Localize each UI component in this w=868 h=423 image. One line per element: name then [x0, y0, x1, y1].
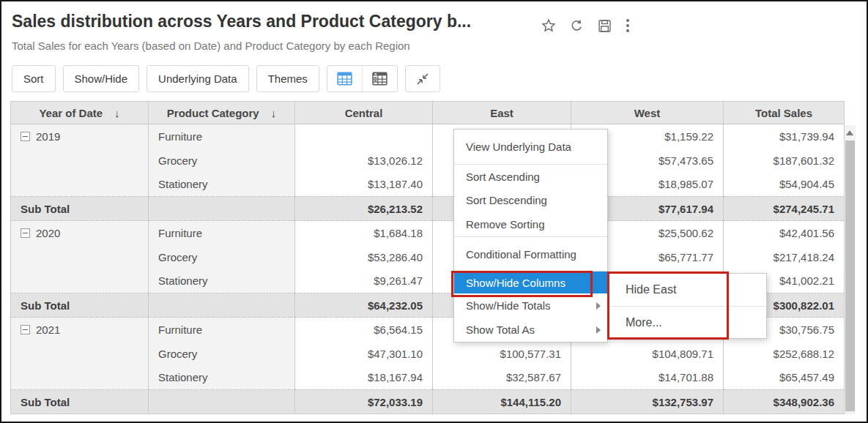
value-cell-west[interactable]: $104,809.71: [571, 342, 724, 366]
menu-item-conditional-formatting[interactable]: Conditional Formatting: [454, 236, 607, 271]
category-cell[interactable]: [149, 197, 295, 221]
favorite-star-icon[interactable]: [541, 18, 557, 34]
underlying-data-button[interactable]: Underlying Data: [146, 65, 249, 92]
title-action-icons: [541, 18, 631, 34]
refresh-icon[interactable]: [569, 18, 585, 34]
table-row: Grocery$53,286.40$65,771.77$217,418.24: [11, 245, 845, 269]
year-cell[interactable]: 2021: [11, 318, 149, 342]
value-cell-central[interactable]: $26,213.52: [295, 197, 433, 221]
sort-button[interactable]: Sort: [12, 65, 56, 92]
scrollbar-thumb[interactable]: [845, 141, 855, 411]
year-cell[interactable]: [11, 245, 149, 269]
value-cell-total-sales[interactable]: $65,457.49: [724, 366, 845, 390]
context-menu: View Underlying DataSort AscendingSort D…: [453, 129, 608, 342]
collapse-icon[interactable]: [405, 65, 440, 92]
category-cell[interactable]: Stationery: [149, 269, 295, 293]
category-cell[interactable]: Furniture: [149, 124, 295, 149]
menu-item-label: Show Total As: [466, 323, 535, 336]
value-cell-central[interactable]: [295, 124, 433, 149]
value-cell-central[interactable]: $13,187.40: [295, 173, 433, 197]
value-cell-central[interactable]: $47,301.10: [295, 342, 433, 366]
menu-item-show-hide-columns[interactable]: Show/Hide Columns: [454, 271, 607, 293]
year-cell[interactable]: [11, 366, 149, 390]
menu-item-remove-sorting[interactable]: Remove Sorting: [454, 212, 607, 236]
column-header-label: Total Sales: [755, 107, 812, 119]
subtotal-label-cell[interactable]: Sub Total: [11, 390, 149, 414]
menu-item-label: Remove Sorting: [466, 218, 545, 231]
column-header-total-sales[interactable]: Total Sales: [724, 102, 845, 124]
sort-desc-icon[interactable]: ↓: [114, 107, 120, 119]
collapse-year-icon[interactable]: [21, 132, 30, 141]
year-cell[interactable]: [11, 269, 149, 293]
page-title: Sales distribution across Years and Prod…: [12, 12, 471, 31]
menu-item-sort-descending[interactable]: Sort Descending: [454, 188, 607, 212]
menu-item-show-hide-totals[interactable]: Show/Hide Totals: [454, 293, 607, 318]
category-cell[interactable]: Grocery: [149, 342, 295, 366]
category-cell[interactable]: [149, 390, 295, 414]
value-cell-total-sales[interactable]: $274,245.71: [724, 197, 845, 221]
value-cell-central[interactable]: $18,167.94: [295, 366, 433, 390]
submenu-arrow-icon: [596, 302, 601, 310]
value-cell-east[interactable]: $100,577.31: [433, 342, 571, 366]
category-cell[interactable]: Stationery: [149, 173, 295, 197]
subtotal-label-cell[interactable]: Sub Total: [11, 197, 149, 221]
value-cell-total-sales[interactable]: $54,904.45: [724, 173, 845, 197]
page-subtitle: Total Sales for each Years (based on Dat…: [12, 40, 410, 52]
column-header-west[interactable]: West: [571, 102, 724, 124]
value-cell-total-sales[interactable]: $252,688.12: [724, 342, 845, 366]
value-cell-west[interactable]: $132,753.97: [571, 390, 724, 414]
collapse-year-icon[interactable]: [21, 228, 30, 238]
year-cell[interactable]: [11, 149, 149, 173]
menu-item-sort-ascending[interactable]: Sort Ascending: [454, 164, 607, 188]
value-cell-central[interactable]: $53,286.40: [295, 245, 433, 269]
submenu-item-more[interactable]: More...: [609, 306, 766, 338]
submenu-item-hide-east[interactable]: Hide East: [609, 274, 766, 306]
category-cell[interactable]: Stationery: [149, 366, 295, 390]
year-label: 2019: [36, 130, 60, 143]
vertical-scrollbar[interactable]: [845, 125, 856, 414]
value-cell-east[interactable]: $32,587.67: [433, 366, 571, 390]
year-cell[interactable]: 2019: [11, 124, 149, 149]
value-cell-east[interactable]: $144,115.20: [433, 390, 571, 414]
menu-item-label: Sort Ascending: [466, 171, 540, 183]
pivot-table-icon[interactable]: [362, 66, 397, 91]
table-row: 2020Furniture$1,684.18$25,500.62$42,401.…: [11, 221, 845, 245]
save-icon[interactable]: [597, 18, 612, 34]
value-cell-central[interactable]: $9,261.47: [295, 269, 433, 293]
year-cell[interactable]: [11, 173, 149, 197]
scroll-up-arrow-icon[interactable]: [846, 130, 853, 135]
subtotal-label-cell[interactable]: Sub Total: [11, 293, 149, 318]
themes-button[interactable]: Themes: [256, 65, 319, 92]
category-cell[interactable]: Grocery: [149, 149, 295, 173]
sort-desc-icon[interactable]: ↓: [271, 107, 277, 119]
value-cell-central[interactable]: $64,232.05: [295, 293, 433, 318]
value-cell-central[interactable]: $1,684.18: [295, 221, 433, 245]
year-cell[interactable]: [11, 342, 149, 366]
toolbar: Sort Show/Hide Underlying Data Themes: [12, 65, 440, 92]
menu-item-show-total-as[interactable]: Show Total As: [454, 318, 607, 342]
value-cell-central[interactable]: $72,033.19: [295, 390, 433, 414]
value-cell-total-sales[interactable]: $348,902.36: [724, 390, 845, 414]
category-cell[interactable]: Furniture: [149, 318, 295, 342]
category-cell[interactable]: Grocery: [149, 245, 295, 269]
menu-item-view-underlying-data[interactable]: View Underlying Data: [454, 130, 607, 164]
year-cell[interactable]: 2020: [11, 221, 149, 245]
column-header-product-category[interactable]: Product Category↓: [149, 102, 295, 124]
column-header-year-of-date[interactable]: Year of Date↓: [11, 102, 149, 124]
value-cell-central[interactable]: $13,026.12: [295, 149, 433, 173]
more-vertical-icon[interactable]: [625, 18, 631, 34]
collapse-year-icon[interactable]: [21, 325, 30, 334]
table-row: Grocery$13,026.12$57,473.65$187,601.32: [11, 149, 845, 173]
column-header-central[interactable]: Central: [295, 102, 433, 124]
value-cell-total-sales[interactable]: $187,601.32: [724, 149, 845, 173]
category-cell[interactable]: [149, 293, 295, 318]
show-hide-button[interactable]: Show/Hide: [63, 65, 140, 92]
value-cell-total-sales[interactable]: $31,739.94: [724, 124, 845, 149]
value-cell-central[interactable]: $6,564.15: [295, 318, 433, 342]
value-cell-total-sales[interactable]: $42,401.56: [724, 221, 845, 245]
value-cell-total-sales[interactable]: $217,418.24: [724, 245, 845, 269]
column-header-east[interactable]: East: [433, 102, 571, 124]
flat-table-icon[interactable]: [327, 66, 362, 91]
value-cell-west[interactable]: $14,701.88: [571, 366, 724, 390]
category-cell[interactable]: Furniture: [149, 221, 295, 245]
